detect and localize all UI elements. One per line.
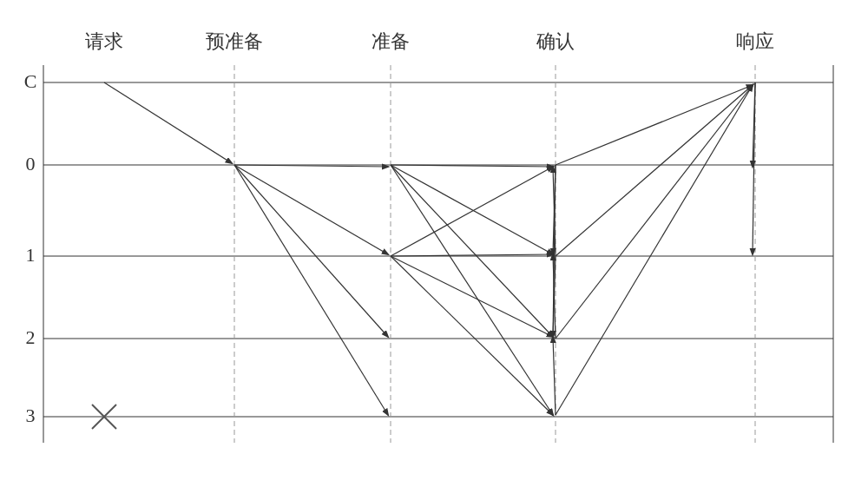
- col-label-request: 请求: [85, 30, 123, 52]
- main-diagram: 请求 预准备 准备 确认 响应 C 0 1 2 3: [0, 0, 868, 487]
- arrow-c-to-0-preprepare: [104, 82, 232, 163]
- arrow-prepare0-to-commit1: [391, 165, 553, 254]
- col-label-prepare: 准备: [372, 30, 410, 52]
- row-label-3: 3: [26, 405, 36, 426]
- arrow-commit1-to-reply-c: [556, 85, 753, 256]
- arrow-prepare1-to-commit0: [391, 167, 553, 256]
- arrow-commit0-to-reply-c: [556, 85, 753, 165]
- arrow-commit3-to-reply-c: [556, 85, 753, 415]
- arrow-prepare0-to-commit2: [391, 165, 553, 337]
- row-label-c: C: [24, 70, 37, 92]
- arrow-prepare1-to-commit2: [391, 256, 553, 337]
- col-label-preprepare: 预准备: [206, 30, 263, 52]
- arrow-preprepare0-to-prepare1: [234, 165, 388, 254]
- row-label-2: 2: [26, 326, 36, 348]
- arrow-preprepare0-to-prepare2: [234, 165, 388, 337]
- arrow-prepare1-to-commit3: [391, 256, 553, 415]
- row-label-1: 1: [26, 244, 36, 266]
- arrow-commit3-to-commit2: [553, 337, 556, 415]
- row-label-0: 0: [26, 153, 36, 174]
- arrow-commit2-to-reply-c: [556, 85, 753, 339]
- col-label-commit: 确认: [536, 30, 575, 52]
- col-label-reply: 响应: [736, 30, 774, 52]
- diagram-container: 请求 预准备 准备 确认 响应 C 0 1 2 3: [0, 0, 868, 487]
- arrow-preprepare0-to-prepare3: [234, 165, 388, 415]
- arrow-prepare0-to-commit3: [391, 165, 553, 415]
